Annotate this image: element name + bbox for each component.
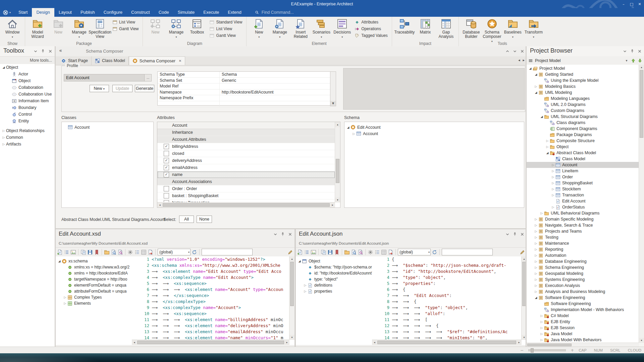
list-icon[interactable] <box>134 249 140 255</box>
ribbon-button-element-manage[interactable]: Manage▾ <box>270 18 290 40</box>
property-grid-scrollbar[interactable]: ▼ <box>330 71 336 106</box>
close-sm-icon[interactable] <box>637 49 642 54</box>
browser-item-software-engineering[interactable]: Software Engineering <box>527 301 639 307</box>
ribbon-button-impact-traceability[interactable]: Traceability <box>394 18 415 35</box>
expand-arrow-icon[interactable]: ▷ <box>534 272 538 275</box>
expand-arrow-icon[interactable]: ▷ <box>551 205 555 209</box>
ribbon-button-tools-schema-composer[interactable]: Schema Composer▾ <box>482 18 502 44</box>
attribute-checkbox[interactable]: ✓ <box>164 172 169 177</box>
expand-arrow-icon[interactable]: ▷ <box>551 163 555 167</box>
expand-arrow-icon[interactable]: ▷ <box>534 254 538 257</box>
ribbon-button-element-tagged-values[interactable]: Tagged Values <box>353 33 389 39</box>
expand-arrow-icon[interactable]: ▷ <box>352 132 356 135</box>
editor-horizontal-scrollbar[interactable]: ◂▸ <box>372 340 522 345</box>
menu-tab-design[interactable]: Design <box>32 8 54 17</box>
collapse-arrow-icon[interactable]: ◢ <box>534 296 538 299</box>
browser-item-shoppingbasket[interactable]: ▷ShoppingBasket <box>527 180 639 186</box>
browse-button[interactable]: ... <box>144 74 152 81</box>
ribbon-button-diagram-list-view[interactable]: List View <box>208 26 244 32</box>
ribbon-button-package-model-wizard[interactable]: Model Wizard <box>28 18 48 40</box>
scrollbar-thumb[interactable] <box>137 341 284 344</box>
expand-arrow-icon[interactable]: ▷ <box>534 236 538 239</box>
toolbox-item-actor[interactable]: Actor <box>0 71 55 77</box>
ribbon-button-impact-gap-analysis[interactable]: Gap Analysis <box>436 18 456 40</box>
browser-item-stockitem[interactable]: ▷StockItem <box>527 186 639 192</box>
browser-item-abstract-class-model[interactable]: ◢Abstract Class Model <box>527 150 639 156</box>
copy-icon[interactable] <box>321 249 326 255</box>
browser-item-modeling-languages[interactable]: Modeling Languages <box>527 96 639 102</box>
find-command[interactable]: Find Command... <box>255 8 294 17</box>
list-icon[interactable] <box>374 249 380 255</box>
browser-item-account[interactable]: ▷Account <box>527 162 639 168</box>
browser-item-uml-2-0-diagrams[interactable]: UML 2.0 Diagrams <box>527 102 639 108</box>
attributes-section-account-associations[interactable]: Account.Associations <box>157 178 335 185</box>
toolbox-item-collaboration[interactable]: Collaboration <box>0 84 55 91</box>
xsd-node-xmlns-http-bookstore-edita[interactable]: xmlns = http://bookstore/EditA <box>56 270 132 276</box>
browser-item-uml-behavioral-diagrams[interactable]: ▷UML Behavioral Diagrams <box>527 210 639 216</box>
toolbox-item-artifacts[interactable]: ▷Artifacts <box>0 141 55 147</box>
ribbon-button-element-new[interactable]: New▾ <box>249 18 269 40</box>
pin-icon[interactable] <box>41 49 45 54</box>
expand-arrow-icon[interactable]: ▷ <box>551 175 555 179</box>
collapse-tab-strip-icon[interactable]: « <box>59 48 62 54</box>
attribute-row-emailaddress[interactable]: ✓emailAddress <box>157 164 335 171</box>
collapse-arrow-icon[interactable]: ◢ <box>528 67 533 70</box>
attribute-checkbox[interactable]: ✓ <box>164 144 169 149</box>
browser-item-custom-diagrams[interactable]: Custom Diagrams <box>527 108 639 114</box>
browser-item-lineitem[interactable]: ▷LineItem <box>527 168 639 174</box>
replace-icon[interactable] <box>358 249 363 255</box>
move-up-icon[interactable] <box>631 58 636 63</box>
ribbon-button-element-decisions[interactable]: Decisions▾ <box>332 18 352 40</box>
attribute-row-deliveryaddress[interactable]: ✓deliveryAddress <box>157 157 335 164</box>
zoom-out-icon[interactable]: − <box>520 348 524 353</box>
browser-item-schema-engineering[interactable]: ▷Schema Engineering <box>527 264 639 270</box>
menu-tab-configure[interactable]: Configure <box>99 8 127 17</box>
chevdown-icon[interactable] <box>273 232 278 237</box>
toolbox-item-common[interactable]: ▷Common <box>0 134 55 141</box>
browser-item-analysis-and-business-modeling[interactable]: ▷Analysis and Business Modeling <box>527 289 639 295</box>
image-icon[interactable] <box>70 249 76 255</box>
expand-arrow-icon[interactable]: ▷ <box>534 224 538 227</box>
bookmark-icon[interactable] <box>94 249 100 255</box>
new-document-icon[interactable] <box>297 249 303 255</box>
scroll-down-icon[interactable]: ▾ <box>335 197 340 202</box>
scroll-down-icon[interactable]: ▾ <box>639 338 644 343</box>
ribbon-button-package-new[interactable]: New <box>48 18 68 35</box>
expand-arrow-icon[interactable]: ▷ <box>545 139 550 142</box>
open-folder-icon[interactable] <box>104 249 110 255</box>
save-icon[interactable] <box>87 249 93 255</box>
image-icon[interactable] <box>311 249 316 255</box>
ribbon-button-package-list-view[interactable]: List View <box>111 19 140 25</box>
expand-arrow-icon[interactable]: ▷ <box>539 320 544 323</box>
pin-icon[interactable] <box>630 49 635 54</box>
close-sm-icon[interactable] <box>48 49 53 54</box>
browser-item-composite-structure[interactable]: ▷Composite Structure <box>527 138 639 144</box>
ribbon-button-element-attributes[interactable]: Attributes <box>353 19 389 25</box>
toolbox-item-object[interactable]: Object <box>0 77 55 84</box>
browser-item-orderstatus[interactable]: ▷OrderStatus <box>527 204 639 210</box>
collapse-arrow-icon[interactable]: ◢ <box>297 259 302 263</box>
scroll-left-icon[interactable]: ◂ <box>157 202 162 207</box>
close-sm-icon[interactable] <box>288 232 292 237</box>
expand-arrow-icon[interactable]: ▷ <box>534 284 538 287</box>
json-node-type-object[interactable]: type: "object" <box>296 276 372 282</box>
browser-item-projects-and-teams[interactable]: ▷Projects and Teams <box>527 228 639 234</box>
toolbox-item-object-relationships[interactable]: ▷Object Relationships <box>0 127 55 134</box>
browser-item-uml-modeling[interactable]: ◢UML Modeling <box>527 89 639 96</box>
expand-arrow-icon[interactable]: ▷ <box>551 181 555 185</box>
property-row[interactable]: Namespacehttp://bookstore/EditAcounnt <box>158 89 330 96</box>
close-sm-icon[interactable] <box>520 49 525 54</box>
options-icon[interactable] <box>368 249 373 255</box>
expand-arrow-icon[interactable]: ▷ <box>63 296 67 299</box>
menu-tab-simulate[interactable]: Simulate <box>173 8 199 17</box>
toolbox-item-entity[interactable]: Entity <box>0 118 55 124</box>
browser-item-maintenance[interactable]: ▷Maintenance <box>527 240 639 246</box>
ribbon-button-tools-baselines[interactable]: Baselines▾ <box>503 18 523 40</box>
scrollbar-thumb[interactable] <box>640 70 643 138</box>
edit-icon[interactable] <box>520 249 525 255</box>
browser-item-class-model[interactable]: Class Model <box>527 156 639 162</box>
browser-item-project-model[interactable]: ◢Project Model <box>527 65 639 71</box>
maximize-button[interactable]: □ <box>629 2 634 6</box>
browser-item-c-model[interactable]: ▷C# Model <box>527 313 639 319</box>
ribbon-button-diagram-manage[interactable]: Manage▾ <box>166 18 186 40</box>
